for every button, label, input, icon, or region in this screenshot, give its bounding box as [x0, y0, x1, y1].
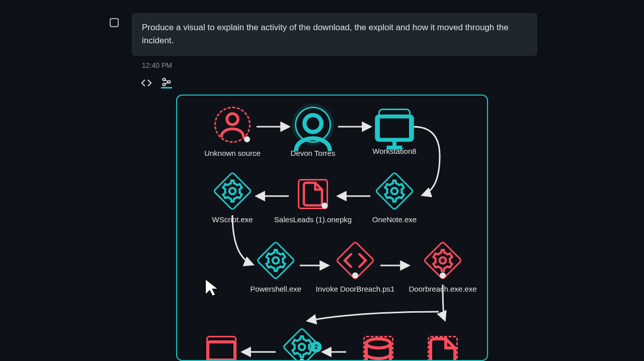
- gear-icon: [377, 173, 413, 209]
- timestamp: 12:40 PM: [142, 61, 172, 69]
- file-icon: [429, 337, 456, 361]
- node-file-dashed[interactable]: [403, 336, 483, 361]
- node-process-badged[interactable]: 2: [262, 333, 342, 361]
- node-label: WScript.exe: [192, 215, 273, 224]
- svg-point-16: [391, 188, 398, 195]
- select-checkbox[interactable]: [110, 18, 119, 27]
- svg-point-1: [163, 83, 166, 85]
- svg-point-24: [366, 339, 390, 348]
- svg-rect-21: [208, 342, 235, 360]
- svg-point-2: [168, 80, 171, 83]
- node-label: Doorbreach.exe.exe: [403, 285, 483, 293]
- node-onenote[interactable]: OneNote.exe: [354, 177, 435, 224]
- node-wscript[interactable]: WScript.exe: [192, 177, 273, 224]
- count-badge: 2: [310, 341, 321, 352]
- node-label: Unknown source: [192, 149, 273, 157]
- node-devon-torres[interactable]: Devon Torres: [273, 107, 353, 157]
- node-label: Powershell.exe: [235, 285, 316, 293]
- node-powershell[interactable]: Powershell.exe: [235, 246, 316, 293]
- svg-point-11: [227, 114, 238, 125]
- monitor-icon: [208, 337, 235, 361]
- node-salesleads[interactable]: SalesLeads (1).onepkg: [273, 179, 353, 224]
- node-invoke-doorbreach[interactable]: Invoke DoorBreach.ps1: [315, 246, 395, 293]
- database-icon: [365, 337, 392, 361]
- svg-point-12: [304, 115, 321, 132]
- svg-point-20: [299, 344, 305, 350]
- node-label: Invoke DoorBreach.ps1: [315, 285, 395, 293]
- node-label: SalesLeads (1).onepkg: [273, 215, 353, 224]
- gear-icon: [258, 243, 294, 279]
- node-unknown-source[interactable]: Unknown source: [192, 107, 273, 157]
- svg-rect-13: [377, 117, 412, 140]
- node-doorbreach-exe[interactable]: Doorbreach.exe.exe: [403, 246, 483, 293]
- incident-diagram[interactable]: Unknown source Devon Torres Workstation8…: [176, 95, 488, 361]
- node-workstation-red[interactable]: [181, 336, 262, 361]
- svg-point-19: [440, 257, 446, 264]
- view-tabs: [141, 77, 172, 88]
- node-label: OneNote.exe: [354, 215, 435, 224]
- node-workstation8[interactable]: Workstation8: [354, 109, 435, 155]
- graph-tab-icon[interactable]: [161, 77, 172, 88]
- code-tab-icon[interactable]: [141, 77, 152, 88]
- prompt-text: Produce a visual to explain the activity…: [142, 21, 527, 48]
- svg-point-17: [229, 188, 236, 195]
- prompt-bar: Produce a visual to explain the activity…: [132, 13, 537, 56]
- gear-icon: [215, 173, 251, 209]
- monitor-icon: [380, 110, 409, 139]
- svg-point-0: [163, 78, 166, 80]
- user-icon: [216, 108, 249, 141]
- svg-point-18: [273, 257, 279, 264]
- user-icon: [296, 108, 330, 141]
